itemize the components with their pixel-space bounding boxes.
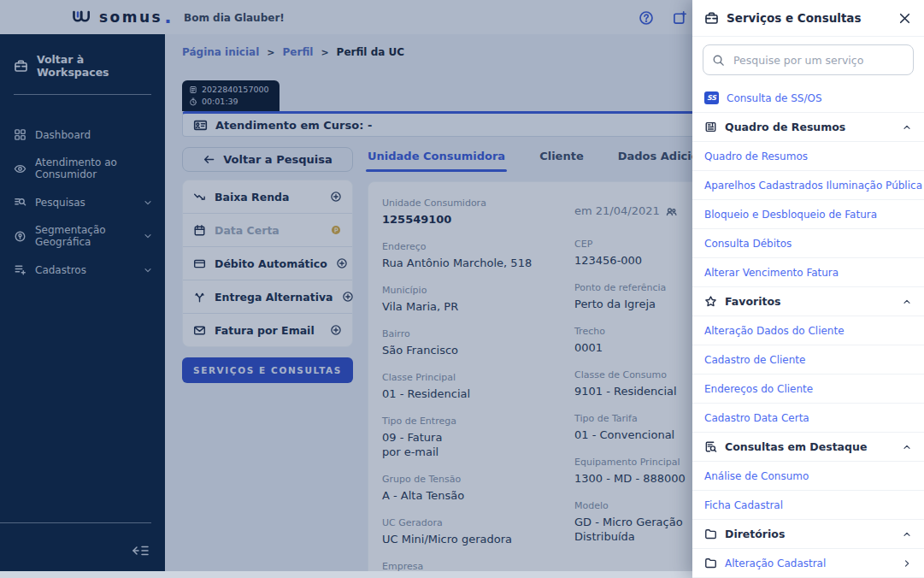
plus-circle-icon[interactable]: [330, 191, 342, 203]
panel-row-label: Alterar Vencimento Fatura: [704, 267, 839, 279]
sidebar-item-label: Dashboard: [35, 129, 91, 141]
field-value: 09 - Fatura por e-mail: [382, 430, 561, 459]
field-value: Vila Maria, PR: [382, 299, 561, 314]
id-card-icon: [193, 118, 208, 133]
panel-row-label: Cadastro Data Certa: [704, 412, 809, 424]
tab-unidade-consumidora[interactable]: Unidade Consumidora: [368, 150, 505, 172]
chevron-up-icon: [902, 122, 912, 133]
panel-section-quadro-de-resumos[interactable]: Quadro de Resumos: [692, 113, 924, 142]
sidebar-item-pesquisas[interactable]: Pesquisas: [0, 188, 165, 216]
star-icon: [704, 295, 717, 308]
pending-status-icon[interactable]: [330, 224, 342, 236]
session-badge[interactable]: 2022840157000 00:01:39: [182, 80, 280, 111]
breadcrumb-perfil[interactable]: Perfil: [283, 46, 314, 58]
people-icon[interactable]: [665, 205, 678, 218]
chevron-up-icon: [902, 529, 912, 540]
list-add-icon: [14, 263, 26, 276]
field-label: Grupo de Tensão: [382, 474, 561, 485]
services-and-consultations-button[interactable]: SERVIÇOS E CONSULTAS: [182, 357, 353, 383]
panel-row-label: Análise de Consumo: [704, 470, 809, 482]
panel-row-label: Alteração Dados do Cliente: [704, 325, 845, 337]
plus-circle-icon[interactable]: [336, 257, 348, 269]
protocol-icon: [189, 86, 197, 94]
field-label: Empresa: [382, 561, 561, 571]
breadcrumb: Página inicial>Perfil>Perfil da UC: [182, 46, 404, 58]
sidebar-item-label: Segmentação Geográfica: [35, 224, 134, 248]
details-column-1: Unidade Consumidora125549100EndereçoRua …: [382, 198, 561, 571]
sidebar-item-workspaces[interactable]: Voltar à Workspaces: [0, 34, 165, 92]
panel-item-bloqueio-e-desbloqueio-de-fatura[interactable]: Bloqueio e Desbloqueio de Fatura: [692, 200, 924, 229]
sidebar: Voltar à Workspaces DashboardAtendimento…: [0, 34, 165, 571]
credit-card-icon: [193, 257, 206, 270]
briefcase-icon: [14, 59, 28, 74]
breadcrumb-pagina-inicial[interactable]: Página inicial: [182, 46, 259, 58]
panel-item-alteracao-dados-do-cliente[interactable]: Alteração Dados do Cliente: [692, 316, 924, 345]
sidebar-item-segmentacao-geografica[interactable]: Segmentação Geográfica: [0, 216, 165, 256]
back-to-search-button[interactable]: Voltar a Pesquisa: [182, 147, 353, 172]
sidebar-item-atendimento-ao-consumidor[interactable]: Atendimento ao Consumidor: [0, 149, 165, 188]
plus-circle-icon[interactable]: [342, 291, 354, 303]
quick-action-data-certa[interactable]: Data Certa: [183, 214, 352, 247]
panel-item-cadastro-data-certa[interactable]: Cadastro Data Certa: [692, 404, 924, 433]
tab-cliente[interactable]: Cliente: [539, 150, 584, 172]
close-icon[interactable]: [898, 11, 912, 26]
panel-section-diretorios[interactable]: Diretórios: [692, 520, 924, 549]
chevron-down-icon: [143, 231, 153, 241]
panel-item-cadastro-de-cliente[interactable]: Cadastro de Cliente: [692, 345, 924, 375]
back-arrow-icon: [203, 153, 215, 166]
chevron-right-icon: [902, 558, 912, 569]
panel-row-label: Consulta de SS/OS: [727, 92, 822, 104]
plus-circle-icon[interactable]: [330, 324, 342, 336]
ss-badge-icon: SS: [704, 91, 719, 104]
panel-row-label: Quadro de Resumos: [704, 150, 808, 162]
field-uc-geradora: UC GeradoraUC Mini/Micro geradora: [382, 517, 561, 546]
panel-item-alteracao-cadastral[interactable]: Alteração Cadastral: [692, 549, 924, 578]
quick-actions-card: Baixa RendaData CertaDébito AutomáticoEn…: [182, 180, 353, 347]
sidebar-divider: [14, 94, 151, 95]
registration-date-text: em 21/04/2021: [574, 204, 660, 217]
somus-logo: somus.: [72, 6, 172, 27]
quick-action-entrega-alternativa[interactable]: Entrega Alternativa: [183, 280, 352, 314]
sidebar-item-cadastros[interactable]: Cadastros: [0, 256, 165, 284]
back-button-label: Voltar a Pesquisa: [223, 153, 333, 166]
help-icon[interactable]: [639, 10, 654, 26]
branch-icon: [193, 291, 206, 304]
field-value: 01 - Residencial: [382, 386, 561, 401]
quick-action-debito-automatico[interactable]: Débito Automático: [183, 247, 352, 280]
field-grupo-de-tensao: Grupo de TensãoA - Alta Tensão: [382, 474, 561, 503]
panel-item-consulta-de-ss-os[interactable]: SSConsulta de SS/OS: [692, 84, 924, 113]
panel-section-consultas-em-destaque[interactable]: Consultas em Destaque: [692, 433, 924, 462]
map-pin-icon: [14, 230, 26, 243]
breadcrumb-separator: >: [321, 47, 328, 58]
panel-item-analise-de-consumo[interactable]: Análise de Consumo: [692, 462, 924, 491]
service-search-input[interactable]: [732, 53, 904, 68]
field-label: Bairro: [382, 328, 561, 339]
sidebar-item-dashboard[interactable]: Dashboard: [0, 121, 165, 149]
panel-item-quadro-de-resumos[interactable]: Quadro de Resumos: [692, 142, 924, 171]
sidebar-item-label: Pesquisas: [35, 197, 85, 209]
panel-item-aparelhos-cadastrados-iluminacao-publica[interactable]: Aparelhos Cadastrados Iluminação Pública: [692, 171, 924, 200]
quick-action-label: Baixa Renda: [215, 191, 321, 203]
panel-section-favoritos[interactable]: Favoritos: [692, 287, 924, 316]
panel-item-consulta-debitos[interactable]: Consulta Débitos: [692, 229, 924, 258]
panel-row-label: Quadro de Resumos: [725, 121, 845, 133]
quick-action-baixa-renda[interactable]: Baixa Renda: [183, 180, 352, 214]
panel-row-label: Cadastro de Cliente: [704, 354, 805, 366]
panel-item-enderecos-do-cliente[interactable]: Endereços do Cliente: [692, 375, 924, 404]
somus-logo-icon: [72, 9, 94, 26]
field-municipio: MunicípioVila Maria, PR: [382, 285, 561, 314]
session-timer: 00:01:39: [202, 96, 238, 108]
field-label: Tipo de Entrega: [382, 416, 561, 427]
panel-item-alterar-vencimento-fatura[interactable]: Alterar Vencimento Fatura: [692, 258, 924, 287]
panel-row-label: Ficha Cadastral: [704, 499, 783, 511]
quick-action-fatura-por-email[interactable]: Fatura por Email: [183, 314, 352, 346]
collapse-sidebar-icon[interactable]: [131, 542, 150, 559]
panel-row-label: Endereços do Cliente: [704, 383, 813, 395]
logo-text: somus: [99, 9, 162, 26]
folder-icon: [704, 528, 717, 540]
field-label: Endereço: [382, 241, 561, 252]
breadcrumb-separator: >: [267, 47, 274, 58]
new-window-icon[interactable]: [672, 10, 687, 26]
chevron-down-icon: [143, 198, 153, 208]
panel-item-ficha-cadastral[interactable]: Ficha Cadastral: [692, 491, 924, 520]
